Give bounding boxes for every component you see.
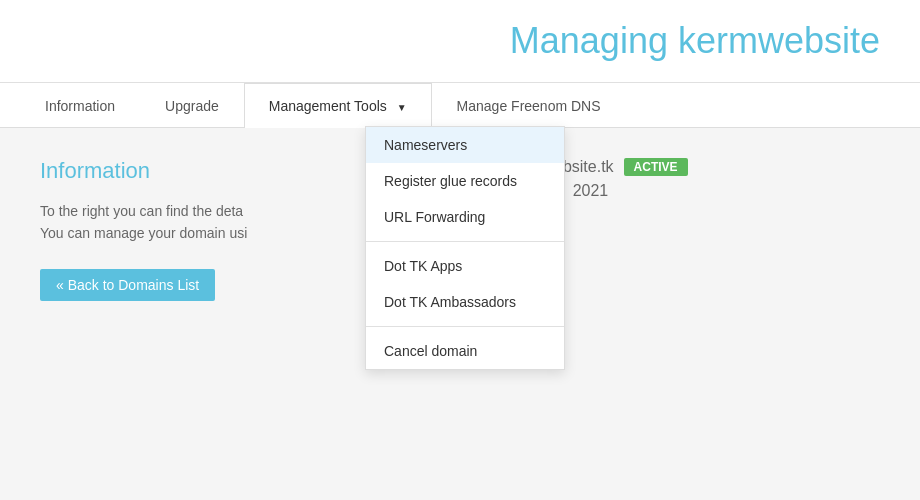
dropdown-dot-tk-ambassadors-label: Dot TK Ambassadors <box>384 294 516 310</box>
page-title: Managing kermwebsite <box>30 20 890 62</box>
tab-management-tools-label: Management Tools <box>269 98 387 114</box>
dropdown-item-dot-tk-apps[interactable]: Dot TK Apps <box>366 248 564 284</box>
dropdown-register-glue-records-label: Register glue records <box>384 173 517 189</box>
dropdown-url-forwarding-label: URL Forwarding <box>384 209 485 225</box>
tab-upgrade[interactable]: Upgrade <box>140 83 244 128</box>
section-description: To the right you can find the deta You c… <box>40 200 420 245</box>
tab-management-tools[interactable]: Management Tools ▼ <box>244 83 432 128</box>
dropdown-item-cancel-domain[interactable]: Cancel domain <box>366 333 564 369</box>
dropdown-dot-tk-apps-label: Dot TK Apps <box>384 258 462 274</box>
tab-manage-freenom-dns[interactable]: Manage Freenom DNS <box>432 83 626 128</box>
tab-upgrade-label: Upgrade <box>165 98 219 114</box>
dropdown-item-url-forwarding[interactable]: URL Forwarding <box>366 199 564 235</box>
dropdown-divider-1 <box>366 241 564 242</box>
dropdown-cancel-domain-label: Cancel domain <box>384 343 477 359</box>
description-line-1: To the right you can find the deta <box>40 203 243 219</box>
back-to-domains-button[interactable]: « Back to Domains List <box>40 269 215 301</box>
section-title: Information <box>40 158 420 184</box>
dropdown-item-nameservers[interactable]: Nameservers <box>366 127 564 163</box>
registration-date-value: 2021 <box>573 182 609 200</box>
dropdown-nameservers-label: Nameservers <box>384 137 467 153</box>
tab-manage-freenom-dns-label: Manage Freenom DNS <box>457 98 601 114</box>
tab-information[interactable]: Information <box>20 83 140 128</box>
status-badge: ACTIVE <box>624 158 688 176</box>
dropdown-divider-2 <box>366 326 564 327</box>
description-line-2: You can manage your domain usi <box>40 225 247 241</box>
tab-information-label: Information <box>45 98 115 114</box>
dropdown-item-dot-tk-ambassadors[interactable]: Dot TK Ambassadors <box>366 284 564 320</box>
dropdown-item-register-glue-records[interactable]: Register glue records <box>366 163 564 199</box>
header: Managing kermwebsite <box>0 0 920 83</box>
dropdown-caret-icon: ▼ <box>397 102 407 113</box>
left-panel: Information To the right you can find th… <box>40 158 420 301</box>
nav-tabs: Information Upgrade Management Tools ▼ M… <box>0 83 920 128</box>
management-tools-dropdown: Nameservers Register glue records URL Fo… <box>365 126 565 370</box>
